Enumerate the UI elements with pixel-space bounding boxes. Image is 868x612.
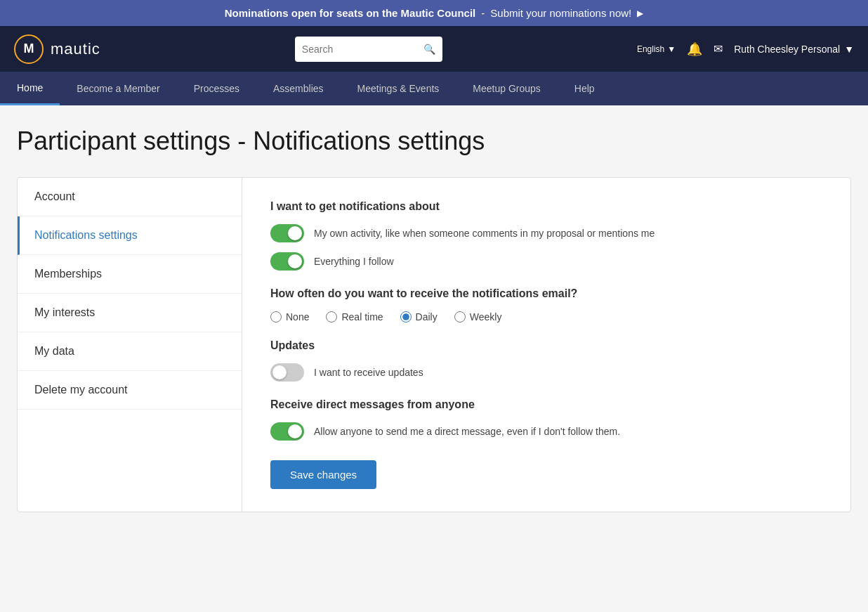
section2-title: How often do you want to receive the not…	[270, 287, 822, 300]
updates-section: Updates I want to receive updates	[270, 339, 822, 382]
radio-realtime[interactable]: Real time	[326, 311, 383, 323]
notifications-bell-icon[interactable]: 🔔	[687, 41, 702, 57]
nav-item-meetup-groups[interactable]: Meetup Groups	[456, 72, 558, 105]
frequency-section: How often do you want to receive the not…	[270, 287, 822, 323]
sidebar: Account Notifications settings Membershi…	[18, 178, 242, 512]
section3-title: Updates	[270, 339, 822, 352]
toggle3-row: I want to receive updates	[270, 363, 822, 382]
sidebar-item-memberships[interactable]: Memberships	[18, 255, 242, 294]
chevron-down-icon: ▼	[667, 44, 676, 54]
language-selector[interactable]: English ▼	[637, 44, 676, 54]
user-menu[interactable]: Ruth Cheesley Personal ▼	[734, 44, 854, 55]
radio-daily-input[interactable]	[400, 311, 412, 323]
banner-separator: -	[481, 7, 485, 19]
nav-item-help[interactable]: Help	[558, 72, 612, 105]
sidebar-item-delete-account[interactable]: Delete my account	[18, 371, 242, 410]
toggle3-switch[interactable]	[270, 363, 304, 382]
nav-item-home[interactable]: Home	[0, 72, 60, 105]
header: M mautic 🔍 English ▼ 🔔 ✉ Ruth Cheesley P…	[0, 26, 868, 72]
mail-icon[interactable]: ✉	[714, 42, 723, 56]
nav-item-become-member[interactable]: Become a Member	[60, 72, 176, 105]
radio-daily[interactable]: Daily	[400, 311, 438, 323]
toggle1-track[interactable]	[270, 224, 304, 242]
user-chevron-icon: ▼	[844, 44, 854, 55]
toggle2-row: Everything I follow	[270, 252, 822, 271]
section1-title: I want to get notifications about	[270, 200, 822, 213]
nav-item-processes[interactable]: Processes	[177, 72, 256, 105]
search-box[interactable]: 🔍	[295, 37, 442, 62]
logo-name: mautic	[51, 40, 100, 58]
toggle4-knob	[288, 424, 302, 438]
toggle2-switch[interactable]	[270, 252, 304, 271]
toggle4-track[interactable]	[270, 422, 304, 441]
nav-item-assemblies[interactable]: Assemblies	[256, 72, 341, 105]
search-input[interactable]	[302, 44, 418, 55]
toggle4-switch[interactable]	[270, 422, 304, 441]
radio-weekly-label: Weekly	[470, 311, 502, 323]
radio-none-input[interactable]	[270, 311, 282, 323]
sidebar-item-my-data[interactable]: My data	[18, 332, 242, 371]
page-title: Participant settings - Notifications set…	[17, 126, 851, 156]
nav-bar: Home Become a Member Processes Assemblie…	[0, 72, 868, 105]
logo-icon: M	[14, 34, 44, 64]
radio-weekly-input[interactable]	[454, 311, 466, 323]
toggle2-label: Everything I follow	[314, 256, 394, 267]
logo-area[interactable]: M mautic	[14, 34, 100, 64]
settings-panel: I want to get notifications about My own…	[242, 178, 850, 512]
search-icon: 🔍	[423, 44, 435, 55]
sidebar-item-account[interactable]: Account	[18, 178, 242, 216]
user-name: Ruth Cheesley Personal	[734, 44, 840, 55]
toggle3-track[interactable]	[270, 363, 304, 382]
logo-letter: M	[24, 41, 34, 56]
sidebar-item-my-interests[interactable]: My interests	[18, 294, 242, 332]
page-content: Participant settings - Notifications set…	[0, 105, 868, 533]
radio-none[interactable]: None	[270, 311, 309, 323]
banner-link-text: Submit your nominations now!	[490, 7, 631, 19]
banner-bold-text: Nominations open for seats on the Mautic…	[225, 7, 476, 19]
top-banner: Nominations open for seats on the Mautic…	[0, 0, 868, 26]
toggle2-track[interactable]	[270, 252, 304, 271]
play-icon: ▶	[637, 8, 643, 18]
section4-title: Receive direct messages from anyone	[270, 398, 822, 411]
search-area: 🔍	[114, 37, 623, 62]
toggle1-row: My own activity, like when someone comme…	[270, 224, 822, 242]
radio-none-label: None	[286, 311, 309, 323]
sidebar-item-notifications[interactable]: Notifications settings	[18, 216, 242, 255]
radio-realtime-input[interactable]	[326, 311, 337, 323]
main-layout: Account Notifications settings Membershi…	[17, 177, 851, 512]
frequency-radio-group: None Real time Daily Weekly	[270, 311, 822, 323]
nav-item-meetings-events[interactable]: Meetings & Events	[341, 72, 456, 105]
language-label: English	[637, 44, 664, 54]
radio-weekly[interactable]: Weekly	[454, 311, 502, 323]
toggle4-row: Allow anyone to send me a direct message…	[270, 422, 822, 441]
toggle1-switch[interactable]	[270, 224, 304, 242]
toggle4-label: Allow anyone to send me a direct message…	[314, 426, 620, 437]
toggle3-label: I want to receive updates	[314, 367, 423, 378]
toggle1-label: My own activity, like when someone comme…	[314, 228, 655, 239]
header-right: English ▼ 🔔 ✉ Ruth Cheesley Personal ▼	[637, 41, 854, 57]
toggle1-knob	[288, 226, 302, 240]
radio-realtime-label: Real time	[341, 311, 383, 323]
banner-link[interactable]: Submit your nominations now!	[490, 7, 631, 19]
radio-daily-label: Daily	[416, 311, 438, 323]
toggle3-knob	[272, 365, 287, 379]
toggle2-knob	[288, 254, 302, 268]
save-changes-button[interactable]: Save changes	[270, 460, 376, 489]
direct-messages-section: Receive direct messages from anyone Allo…	[270, 398, 822, 441]
